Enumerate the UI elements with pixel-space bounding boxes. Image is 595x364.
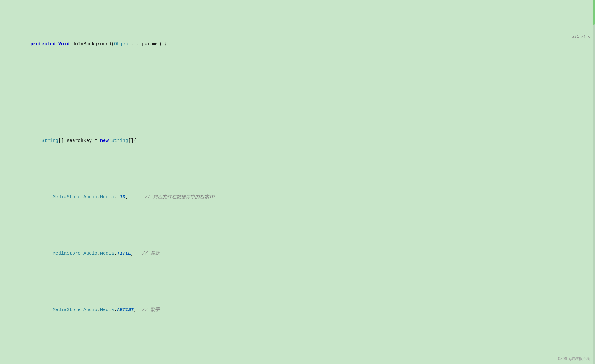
code-line: MediaStore.Audio.Albums.ALBUM_ID, // 专辑I… [0, 354, 595, 364]
code-line: MediaStore.Audio.Media.TITLE, // 标题 [0, 242, 595, 266]
code-content: protected Void doInBackground(Object... … [0, 0, 595, 364]
editor-info: ▲21 ✕4 ∧ [572, 33, 590, 41]
code-editor: protected Void doInBackground(Object... … [0, 0, 595, 364]
scrollbar[interactable] [593, 0, 595, 364]
code-line: String[] searchKey = new String[]{ [0, 129, 595, 153]
code-line: MediaStore.Audio.Media.ARTIST, // 歌手 [0, 298, 595, 322]
code-line: protected Void doInBackground(Object... … [0, 32, 595, 56]
code-line [0, 89, 595, 97]
watermark: CSDN @猫叔很不爽 [558, 356, 590, 362]
scrollbar-thumb[interactable] [593, 0, 595, 25]
code-line: MediaStore.Audio.Media._ID, // 对应文件在数据库中… [0, 185, 595, 209]
